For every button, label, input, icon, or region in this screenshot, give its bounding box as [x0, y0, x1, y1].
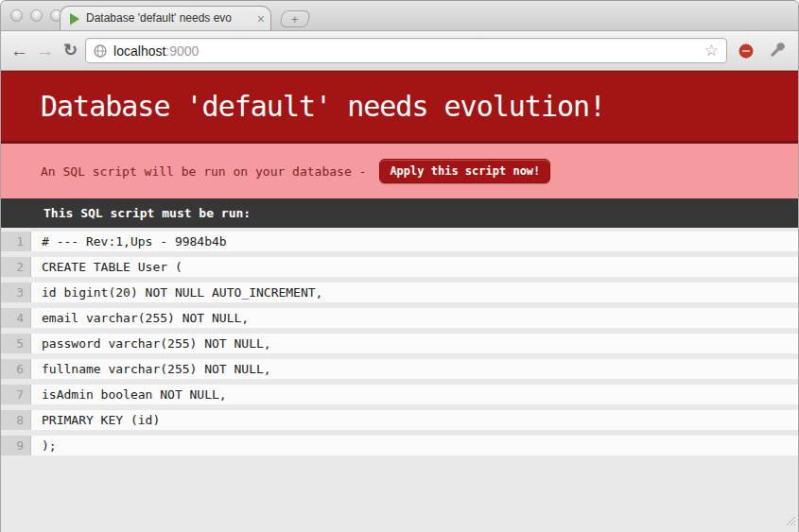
- line-number: 3: [1, 283, 31, 302]
- line-code: PRIMARY KEY (id): [31, 410, 798, 430]
- line-code: CREATE TABLE User (: [31, 257, 798, 277]
- browser-window: Database 'default' needs evo × + ← → ↻ l…: [0, 0, 799, 532]
- line-code: email varchar(255) NOT NULL,: [31, 308, 798, 328]
- close-window-button[interactable]: [10, 9, 23, 22]
- url-host: localhost: [113, 43, 165, 59]
- browser-tab[interactable]: Database 'default' needs evo ×: [60, 6, 271, 30]
- script-line: 9 );: [1, 436, 798, 455]
- titlebar: Database 'default' needs evo × +: [1, 1, 798, 31]
- script-section-header: This SQL script must be run:: [1, 198, 798, 228]
- line-code: );: [31, 436, 798, 455]
- wrench-menu-icon[interactable]: [765, 39, 789, 62]
- line-number: 5: [1, 334, 31, 353]
- tab-title: Database 'default' needs evo: [86, 11, 255, 26]
- reload-button[interactable]: ↻: [63, 42, 78, 60]
- page-title: Database 'default' needs evolution!: [41, 90, 605, 123]
- line-number: 2: [1, 257, 31, 277]
- line-code: id bigint(20) NOT NULL AUTO_INCREMENT,: [31, 283, 798, 302]
- address-bar[interactable]: localhost:9000 ☆: [85, 38, 727, 63]
- line-number: 7: [1, 385, 31, 404]
- line-number: 8: [1, 410, 31, 430]
- url-port: :9000: [165, 43, 199, 59]
- line-code: isAdmin boolean NOT NULL,: [31, 385, 798, 404]
- new-tab-button[interactable]: +: [279, 10, 311, 27]
- window-controls: [10, 9, 62, 22]
- minimize-window-button[interactable]: [30, 9, 43, 22]
- line-number: 1: [1, 232, 31, 251]
- line-code: # --- Rev:1,Ups - 9984b4b: [31, 232, 798, 251]
- globe-icon: [94, 44, 107, 58]
- script-line: 8 PRIMARY KEY (id): [1, 410, 798, 430]
- page-header: Database 'default' needs evolution!: [1, 71, 798, 144]
- line-number: 4: [1, 308, 31, 328]
- script-line: 4 email varchar(255) NOT NULL,: [1, 308, 798, 328]
- script-line: 7 isAdmin boolean NOT NULL,: [1, 385, 798, 404]
- apply-script-button[interactable]: Apply this script now!: [379, 159, 550, 183]
- play-framework-favicon-icon: [70, 13, 79, 25]
- line-code: fullname varchar(255) NOT NULL,: [31, 359, 798, 379]
- url-text: localhost:9000: [113, 43, 698, 59]
- plus-icon: +: [291, 13, 299, 26]
- script-lines: 1 # --- Rev:1,Ups - 9984b4b 2 CREATE TAB…: [1, 228, 798, 455]
- browser-toolbar: ← → ↻ localhost:9000 ☆: [1, 31, 798, 71]
- line-number: 6: [1, 359, 31, 379]
- line-number: 9: [1, 436, 31, 455]
- script-line: 1 # --- Rev:1,Ups - 9984b4b: [1, 232, 798, 251]
- bookmark-star-icon[interactable]: ☆: [704, 43, 719, 59]
- evolution-banner: An SQL script will be run on your databa…: [1, 144, 798, 198]
- window-resize-grip[interactable]: [784, 512, 796, 530]
- page-content: Database 'default' needs evolution! An S…: [1, 71, 798, 532]
- script-line: 6 fullname varchar(255) NOT NULL,: [1, 359, 798, 379]
- back-button[interactable]: ←: [10, 42, 28, 60]
- script-line: 3 id bigint(20) NOT NULL AUTO_INCREMENT,: [1, 283, 798, 302]
- script-line: 2 CREATE TABLE User (: [1, 257, 798, 277]
- script-line: 5 password varchar(255) NOT NULL,: [1, 334, 798, 353]
- tab-close-icon[interactable]: ×: [257, 12, 265, 26]
- line-code: password varchar(255) NOT NULL,: [31, 334, 798, 353]
- banner-message: An SQL script will be run on your databa…: [41, 164, 366, 179]
- extension-gear-icon[interactable]: [735, 40, 757, 62]
- forward-button[interactable]: →: [36, 42, 54, 60]
